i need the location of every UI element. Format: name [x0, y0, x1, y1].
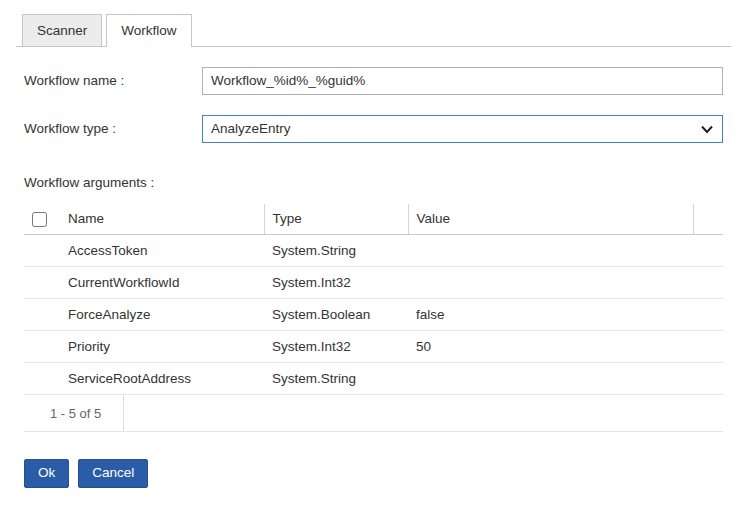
cell-name: ServiceRootAddress: [60, 363, 264, 395]
cell-type: System.String: [264, 363, 408, 395]
row-checkbox-cell: [24, 363, 60, 395]
select-all-cell: [24, 204, 60, 235]
cell-value: [408, 267, 693, 299]
tab-workflow[interactable]: Workflow: [106, 14, 191, 47]
cell-type: System.Int32: [264, 267, 408, 299]
table-row[interactable]: AccessToken System.String: [24, 235, 723, 267]
table-row[interactable]: ForceAnalyze System.Boolean false: [24, 299, 723, 331]
workflow-type-select[interactable]: AnalyzeEntry: [202, 115, 723, 143]
cell-type: System.String: [264, 235, 408, 267]
table-row[interactable]: ServiceRootAddress System.String: [24, 363, 723, 395]
action-buttons: Ok Cancel: [24, 459, 723, 488]
workflow-arguments-label: Workflow arguments :: [24, 175, 154, 190]
ok-button[interactable]: Ok: [24, 459, 69, 488]
cell-name: Priority: [60, 331, 264, 363]
column-header-name[interactable]: Name: [60, 204, 264, 235]
tab-workflow-label: Workflow: [121, 23, 176, 38]
row-checkbox-cell: [24, 267, 60, 299]
cell-name: ForceAnalyze: [60, 299, 264, 331]
cell-type: System.Int32: [264, 331, 408, 363]
cell-name: AccessToken: [60, 235, 264, 267]
cell-value: 50: [408, 331, 693, 363]
workflow-name-input[interactable]: [202, 67, 723, 95]
row-checkbox-cell: [24, 235, 60, 267]
workflow-name-label: Workflow name :: [24, 73, 202, 88]
pager-info: 1 - 5 of 5: [24, 395, 124, 431]
cell-value: [408, 235, 693, 267]
select-all-checkbox[interactable]: [32, 212, 47, 227]
column-header-value[interactable]: Value: [408, 204, 693, 235]
chevron-down-icon: [700, 122, 714, 136]
table-row[interactable]: Priority System.Int32 50: [24, 331, 723, 363]
cell-value: false: [408, 299, 693, 331]
tab-scanner-label: Scanner: [37, 23, 87, 38]
cell-spacer: [693, 299, 723, 331]
row-checkbox-cell: [24, 299, 60, 331]
arguments-table: Name Type Value AccessToken System.Strin…: [24, 204, 723, 396]
table-row[interactable]: CurrentWorkflowId System.Int32: [24, 267, 723, 299]
workflow-type-selected-value: AnalyzeEntry: [211, 121, 291, 136]
cancel-button[interactable]: Cancel: [78, 459, 148, 488]
cell-spacer: [693, 363, 723, 395]
cell-spacer: [693, 235, 723, 267]
column-header-spacer: [693, 204, 723, 235]
tab-strip: Scanner Workflow: [16, 14, 731, 47]
workflow-type-label: Workflow type :: [24, 121, 202, 136]
cell-spacer: [693, 267, 723, 299]
workflow-settings-page: Scanner Workflow Workflow name : Workflo…: [0, 0, 747, 488]
table-pager: 1 - 5 of 5: [24, 395, 723, 432]
table-header-row: Name Type Value: [24, 204, 723, 235]
row-checkbox-cell: [24, 331, 60, 363]
workflow-type-row: Workflow type : AnalyzeEntry: [24, 115, 723, 143]
workflow-arguments-row: Workflow arguments :: [24, 175, 723, 190]
column-header-type[interactable]: Type: [264, 204, 408, 235]
cell-value: [408, 363, 693, 395]
cell-type: System.Boolean: [264, 299, 408, 331]
cell-name: CurrentWorkflowId: [60, 267, 264, 299]
workflow-name-row: Workflow name :: [24, 67, 723, 95]
cell-spacer: [693, 331, 723, 363]
tab-scanner[interactable]: Scanner: [22, 14, 102, 46]
table-body: AccessToken System.String CurrentWorkflo…: [24, 235, 723, 395]
